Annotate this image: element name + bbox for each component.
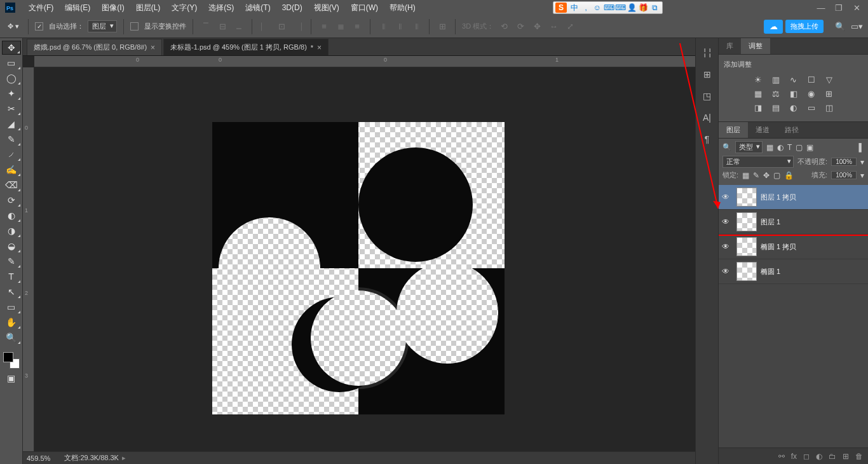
filter-adjust-icon[interactable]: ◐ (777, 143, 783, 152)
visibility-icon[interactable]: 👁 (719, 259, 733, 283)
levels-icon[interactable]: ▥ (770, 74, 782, 85)
bw-icon[interactable]: ◧ (788, 88, 799, 99)
new-group-icon[interactable]: 🗀 (829, 452, 836, 461)
layer-thumb[interactable] (736, 262, 757, 281)
tab-adjustments[interactable]: 调整 (741, 38, 770, 54)
menu-file[interactable]: 文件(F) (23, 3, 59, 13)
ime-punct-icon[interactable]: ‚ (580, 3, 592, 13)
tab-channels[interactable]: 通道 (748, 122, 777, 138)
menu-type[interactable]: 文字(Y) (166, 3, 203, 13)
distribute-hcenter-icon[interactable]: ⦀ (393, 20, 406, 33)
3d-orbit-icon[interactable]: ⟲ (498, 20, 510, 33)
align-vcenter-icon[interactable]: ⊟ (216, 20, 229, 33)
ime-voice-icon[interactable]: ⌨ (603, 3, 614, 13)
align-bottom-icon[interactable]: ⎽ (233, 20, 245, 33)
layer-name[interactable]: 椭圆 1 (761, 267, 780, 276)
distribute-left-icon[interactable]: ⦀ (377, 20, 390, 33)
move-tool-preset[interactable]: ✥ ▾ (5, 20, 22, 33)
canvas[interactable] (34, 67, 695, 451)
chevron-right-icon[interactable]: ▸ (120, 454, 126, 461)
align-hcenter-icon[interactable]: ⊡ (275, 20, 288, 33)
layer-row-2[interactable]: 👁 图层 1 (719, 210, 868, 235)
maximize-button[interactable]: ❐ (830, 1, 848, 15)
ime-lang-icon[interactable]: 中 (569, 3, 580, 13)
doc-tab-2[interactable]: 未标题-1.psd @ 459% (图层 1 拷贝, RGB/8)*× (163, 39, 329, 55)
filter-shape-icon[interactable]: ▢ (796, 143, 803, 152)
eraser-tool[interactable]: ⟳ (2, 193, 21, 207)
menu-3d[interactable]: 3D(D) (276, 3, 308, 12)
sogou-icon[interactable]: S (555, 3, 567, 13)
menu-select[interactable]: 选择(S) (203, 3, 240, 13)
ime-toolbar[interactable]: S 中 ‚ ☺ ⌨ ⌨ 👤 🎁 ⧉ (553, 1, 663, 14)
dodge-tool[interactable]: ◒ (2, 239, 21, 253)
distribute-vcenter-icon[interactable]: ≣ (334, 20, 347, 33)
layer-name[interactable]: 图层 1 拷贝 (761, 193, 796, 202)
shape-tool[interactable]: ▭ (2, 300, 21, 314)
autoselect-checkbox[interactable] (35, 22, 43, 31)
menu-edit[interactable]: 编辑(E) (59, 3, 96, 13)
layer-thumb[interactable] (736, 212, 757, 231)
channel-mixer-icon[interactable]: ⊞ (824, 88, 835, 99)
show-transform-checkbox[interactable] (130, 22, 139, 31)
vibrance-icon[interactable]: ▽ (824, 74, 835, 85)
fill-value[interactable]: 100% (831, 171, 857, 179)
new-layer-icon[interactable]: ⊞ (843, 452, 849, 461)
menu-filter[interactable]: 滤镜(T) (240, 3, 276, 13)
zoom-value[interactable]: 459.5% (27, 454, 50, 462)
distribute-top-icon[interactable]: ≡ (318, 20, 330, 33)
tab-library[interactable]: 库 (719, 38, 741, 54)
stamp-tool[interactable]: ✍ (2, 163, 21, 177)
pen-tool[interactable]: ✎ (2, 254, 21, 268)
menu-layer[interactable]: 图层(L) (130, 3, 166, 13)
color-panel-icon[interactable]: ◳ (696, 86, 718, 106)
crop-tool[interactable]: ✂ (2, 102, 21, 116)
balance-icon[interactable]: ⚖ (770, 88, 782, 99)
chevron-down-icon[interactable]: ▾ (860, 171, 864, 180)
history-panel-icon[interactable]: ╎╎ (696, 43, 718, 62)
lock-image-icon[interactable]: ✎ (753, 171, 759, 180)
distribute-bottom-icon[interactable]: ≡ (351, 20, 363, 33)
lock-artboard-icon[interactable]: ▢ (773, 171, 780, 180)
align-right-icon[interactable]: ⎹ (292, 20, 304, 33)
blur-tool[interactable]: ◑ (2, 224, 21, 238)
selective-color-icon[interactable]: ◫ (824, 102, 835, 113)
type-tool[interactable]: T (2, 270, 21, 283)
doc-tab-1[interactable]: 嫦娥.psd @ 66.7% (图层 0, RGB/8#)× (27, 39, 162, 55)
close-icon[interactable]: × (317, 43, 322, 52)
align-top-icon[interactable]: ⎺ (200, 20, 212, 33)
eyedropper-tool[interactable]: ◢ (2, 117, 21, 131)
lock-transparent-icon[interactable]: ▦ (742, 171, 749, 180)
menu-window[interactable]: 窗口(W) (345, 3, 384, 13)
brush-tool[interactable]: ⟋ (2, 147, 21, 161)
color-wells[interactable] (3, 352, 20, 369)
filter-toggle-icon[interactable]: ▌ (858, 143, 864, 152)
brightness-icon[interactable]: ☀ (752, 74, 764, 85)
layer-row-3[interactable]: 👁 椭圆 1 拷贝 (719, 235, 868, 259)
menu-view[interactable]: 视图(V) (308, 3, 345, 13)
align-left-icon[interactable]: ⎸ (259, 20, 271, 33)
close-icon[interactable]: × (151, 43, 155, 52)
chevron-down-icon[interactable]: ▾ (860, 158, 864, 167)
paragraph-panel-icon[interactable]: ¶ (696, 130, 718, 149)
add-mask-icon[interactable]: ◻ (803, 452, 810, 461)
workspace-icon[interactable]: ▭▾ (850, 20, 863, 33)
minimize-button[interactable]: — (812, 1, 830, 15)
visibility-icon[interactable]: 👁 (719, 210, 733, 234)
3d-pan-icon[interactable]: ✥ (531, 20, 543, 33)
auto-align-icon[interactable]: ⊞ (436, 20, 449, 33)
distribute-right-icon[interactable]: ⦀ (410, 20, 423, 33)
tab-paths[interactable]: 路径 (777, 122, 806, 138)
move-tool[interactable]: ✥ (2, 41, 21, 55)
layer-filter-select[interactable]: 类型 (735, 141, 763, 153)
close-button[interactable]: ✕ (848, 1, 865, 15)
lasso-tool[interactable]: ◯ (2, 71, 21, 85)
visibility-icon[interactable]: 👁 (719, 185, 733, 209)
layer-thumb[interactable] (736, 237, 757, 256)
tab-layers[interactable]: 图层 (719, 122, 748, 138)
layer-name[interactable]: 椭圆 1 拷贝 (761, 242, 796, 252)
curves-icon[interactable]: ∿ (788, 74, 799, 85)
menu-help[interactable]: 帮助(H) (384, 3, 421, 13)
fg-color-well[interactable] (3, 352, 13, 362)
lock-all-icon[interactable]: 🔒 (784, 171, 794, 180)
filter-pixel-icon[interactable]: ▦ (766, 143, 773, 152)
